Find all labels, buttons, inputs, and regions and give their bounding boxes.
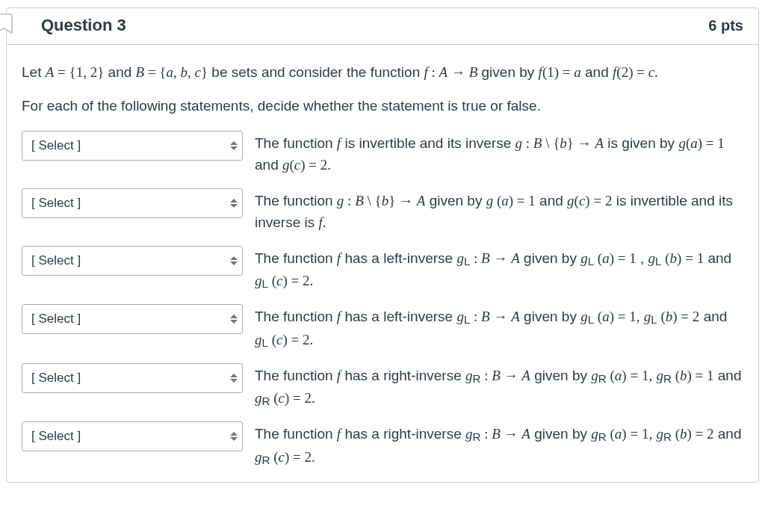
statement-text: The function f has a left-inverse gL : B… — [255, 246, 743, 293]
chevrons-icon — [226, 304, 242, 334]
answer-select[interactable]: [ Select ] — [22, 246, 243, 276]
question-card: Question 3 6 pts Let A = {1, 2} and B = … — [6, 7, 759, 483]
statement-row: [ Select ] The function f is invertible … — [22, 131, 743, 176]
question-body: Let A = {1, 2} and B = {a, b, c} be sets… — [7, 45, 758, 482]
chevrons-icon — [226, 188, 242, 218]
answer-select[interactable]: [ Select ] — [22, 363, 243, 393]
select-value: [ Select ] — [31, 312, 81, 327]
chevrons-icon — [226, 421, 242, 451]
answer-select[interactable]: [ Select ] — [22, 188, 243, 218]
answer-select[interactable]: [ Select ] — [22, 131, 243, 161]
chevrons-icon — [226, 246, 242, 276]
select-value: [ Select ] — [31, 371, 81, 386]
statement-text: The function f has a right-inverse gR : … — [255, 421, 743, 468]
statement-row: [ Select ] The function g : B \ {b} → A … — [22, 188, 743, 234]
statement-row: [ Select ] The function f has a left-inv… — [22, 246, 743, 293]
statement-text: The function f is invertible and its inv… — [255, 131, 743, 176]
answer-select[interactable]: [ Select ] — [22, 304, 243, 334]
bookmark-icon[interactable] — [0, 12, 16, 36]
statement-text: The function f has a left-inverse gL : B… — [255, 304, 743, 351]
statement-text: The function g : B \ {b} → A given by g … — [255, 188, 743, 234]
select-value: [ Select ] — [31, 138, 81, 153]
select-value: [ Select ] — [31, 429, 81, 444]
question-title: Question 3 — [41, 16, 126, 35]
question-header: Question 3 6 pts — [7, 8, 758, 45]
statement-row: [ Select ] The function f has a right-in… — [22, 421, 743, 468]
question-points: 6 pts — [708, 17, 743, 34]
select-value: [ Select ] — [31, 196, 81, 211]
question-instruction: For each of the following statements, de… — [22, 95, 743, 117]
chevrons-icon — [226, 131, 242, 161]
statement-row: [ Select ] The function f has a left-inv… — [22, 304, 743, 351]
statements-list: [ Select ] The function f is invertible … — [22, 131, 743, 468]
select-value: [ Select ] — [31, 253, 81, 268]
question-prompt: Let A = {1, 2} and B = {a, b, c} be sets… — [22, 61, 743, 83]
chevrons-icon — [226, 363, 242, 393]
statement-row: [ Select ] The function f has a right-in… — [22, 363, 743, 410]
answer-select[interactable]: [ Select ] — [22, 421, 243, 451]
statement-text: The function f has a right-inverse gR : … — [255, 363, 743, 410]
